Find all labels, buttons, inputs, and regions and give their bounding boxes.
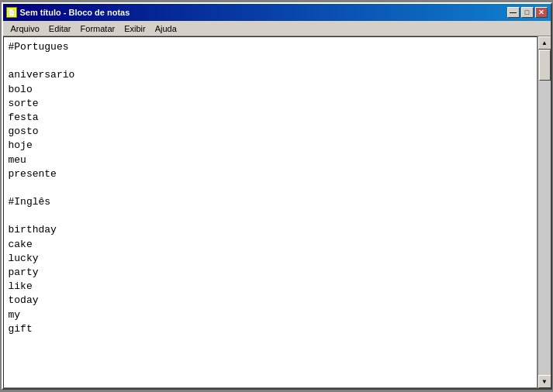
scroll-up-button[interactable]: ▲ [538, 36, 551, 50]
title-bar: 📄 Sem título - Bloco de notas — □ ✕ [3, 4, 551, 21]
content-area: #Portugues aniversario bolo sorte festa … [3, 36, 551, 388]
notepad-window: 📄 Sem título - Bloco de notas — □ ✕ Arqu… [2, 2, 552, 390]
window-title: Sem título - Bloco de notas [20, 8, 130, 17]
vertical-scrollbar: ▲ ▼ [537, 36, 551, 388]
menu-editar[interactable]: Editar [44, 22, 76, 35]
title-buttons: — □ ✕ [507, 7, 548, 18]
menu-formatar[interactable]: Formatar [76, 22, 120, 35]
scroll-down-button[interactable]: ▼ [538, 375, 551, 388]
scroll-thumb[interactable] [539, 50, 551, 81]
menu-ajuda[interactable]: Ajuda [150, 22, 181, 35]
close-button[interactable]: ✕ [535, 7, 548, 18]
maximize-button[interactable]: □ [521, 7, 534, 18]
text-editor[interactable]: #Portugues aniversario bolo sorte festa … [3, 36, 537, 388]
scroll-track[interactable] [538, 50, 551, 375]
minimize-button[interactable]: — [507, 7, 520, 18]
menu-arquivo[interactable]: Arquivo [6, 22, 44, 35]
app-icon: 📄 [6, 7, 17, 18]
menu-exibir[interactable]: Exibir [119, 22, 150, 35]
menu-bar: Arquivo Editar Formatar Exibir Ajuda [3, 21, 551, 36]
